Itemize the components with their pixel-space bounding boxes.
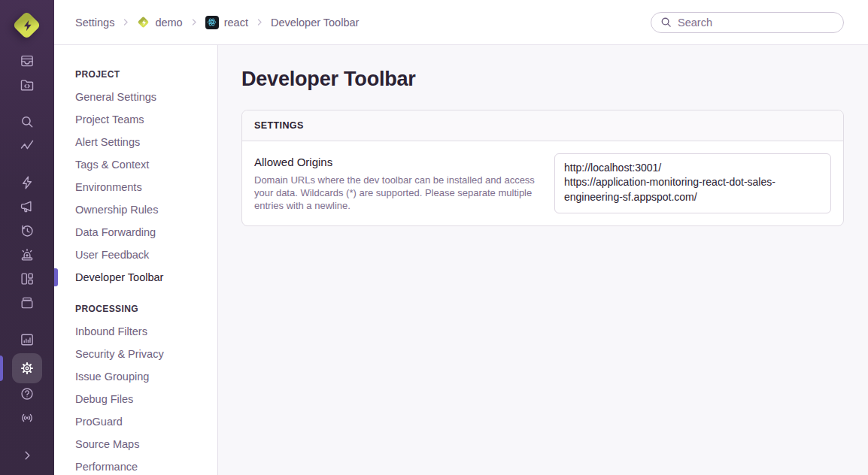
grid-layout-icon[interactable] <box>11 268 44 289</box>
search-box[interactable] <box>651 12 844 33</box>
breadcrumb-org-label: demo <box>155 17 182 29</box>
pulse-line-icon[interactable] <box>11 135 44 156</box>
react-project-logo-icon <box>205 16 219 29</box>
megaphone-icon[interactable] <box>11 196 44 217</box>
rail-item-issues[interactable] <box>0 50 54 71</box>
sidebar-item-ownership-rules[interactable]: Ownership Rules <box>75 198 217 221</box>
sidebar-item-inbound-filters[interactable]: Inbound Filters <box>75 320 217 343</box>
rail-item-dashboards[interactable] <box>0 268 54 289</box>
lightning-icon[interactable] <box>11 172 44 193</box>
allowed-origins-textarea[interactable]: http://localhost:3001/ https://applicati… <box>554 153 831 213</box>
breadcrumb-current-label: Developer Toolbar <box>271 17 359 29</box>
field-label-allowed-origins: Allowed Origins <box>254 156 536 168</box>
sidebar-item-alert-settings[interactable]: Alert Settings <box>75 131 217 153</box>
rail-item-settings[interactable] <box>0 353 54 383</box>
siren-icon[interactable] <box>11 244 44 265</box>
rail-item-stats[interactable] <box>0 329 54 350</box>
sidebar-item-data-forwarding[interactable]: Data Forwarding <box>75 221 217 244</box>
rail-item-feedback[interactable] <box>0 196 54 217</box>
chevron-separator-icon <box>255 17 264 27</box>
panel-body: Allowed Origins Domain URLs where the de… <box>242 141 843 225</box>
gear-icon[interactable] <box>12 353 42 383</box>
broadcast-icon[interactable] <box>11 407 44 428</box>
bar-chart-icon[interactable] <box>11 329 44 350</box>
demo-org-logo-icon <box>137 16 150 29</box>
search-input[interactable] <box>678 17 834 29</box>
breadcrumb-settings[interactable]: Settings <box>75 17 114 29</box>
sidebar-item-issue-grouping[interactable]: Issue Grouping <box>75 365 217 388</box>
nav-rail <box>0 0 54 475</box>
rail-item-crons[interactable] <box>0 220 54 241</box>
rail-item-projects[interactable] <box>0 74 54 95</box>
issues-inbox-icon[interactable] <box>11 50 44 71</box>
main-content: Developer Toolbar SETTINGS Allowed Origi… <box>218 45 868 475</box>
settings-panel: SETTINGS Allowed Origins Domain URLs whe… <box>241 110 844 226</box>
breadcrumb-settings-label: Settings <box>75 17 114 29</box>
rail-item-broadcast[interactable] <box>0 407 54 428</box>
sidebar-item-debug-files[interactable]: Debug Files <box>75 388 217 410</box>
search-icon[interactable] <box>11 111 44 132</box>
page-title: Developer Toolbar <box>241 68 844 91</box>
sidebar-item-source-maps[interactable]: Source Maps <box>75 433 217 455</box>
breadcrumb-project-label: react <box>224 17 248 29</box>
sidebar-item-security-privacy[interactable]: Security & Privacy <box>75 343 217 365</box>
sidebar-item-environments[interactable]: Environments <box>75 176 217 198</box>
rail-item-alerts[interactable] <box>0 244 54 265</box>
sidebar-item-performance[interactable]: Performance <box>75 455 217 475</box>
sidebar-item-proguard[interactable]: ProGuard <box>75 410 217 433</box>
archive-box-icon[interactable] <box>11 292 44 313</box>
breadcrumb: Settings demo <box>75 16 359 29</box>
demo-org-logo-icon <box>12 11 42 41</box>
sidebar-item-general-settings[interactable]: General Settings <box>75 86 217 108</box>
rail-bottom-group <box>0 383 54 475</box>
folder-code-icon[interactable] <box>11 74 44 95</box>
sidebar-item-user-feedback[interactable]: User Feedback <box>75 244 217 266</box>
question-circle-icon[interactable] <box>11 383 44 404</box>
rail-item-explore[interactable] <box>0 111 54 132</box>
sidebar-item-project-teams[interactable]: Project Teams <box>75 108 217 131</box>
clock-history-icon[interactable] <box>11 220 44 241</box>
field-info: Allowed Origins Domain URLs where the de… <box>254 153 536 212</box>
chevron-separator-icon <box>121 17 130 27</box>
rail-item-insights[interactable] <box>0 135 54 156</box>
sidebar-item-tags-context[interactable]: Tags & Context <box>75 153 217 176</box>
rail-nav <box>0 50 54 383</box>
breadcrumb-current-page[interactable]: Developer Toolbar <box>271 17 359 29</box>
app-root: Settings demo <box>0 0 868 475</box>
settings-sidebar: PROJECT General Settings Project Teams A… <box>54 45 218 475</box>
top-header: Settings demo <box>54 0 868 45</box>
chevron-right-icon[interactable] <box>11 445 44 466</box>
rail-item-help[interactable] <box>0 383 54 404</box>
search-icon <box>660 17 672 28</box>
field-description: Domain URLs where the dev toolbar can be… <box>254 174 536 212</box>
rail-item-releases[interactable] <box>0 292 54 313</box>
chevron-separator-icon <box>190 17 199 27</box>
panel-header: SETTINGS <box>242 110 843 141</box>
rail-item-performance[interactable] <box>0 172 54 193</box>
org-logo[interactable] <box>0 0 54 50</box>
rail-item-collapse[interactable] <box>0 445 54 466</box>
sidebar-item-developer-toolbar[interactable]: Developer Toolbar <box>75 266 217 289</box>
sidebar-section-processing: PROCESSING <box>75 298 217 320</box>
breadcrumb-org-demo[interactable]: demo <box>137 16 182 29</box>
breadcrumb-project-react[interactable]: react <box>205 16 248 29</box>
sidebar-section-project: PROJECT <box>75 63 217 86</box>
